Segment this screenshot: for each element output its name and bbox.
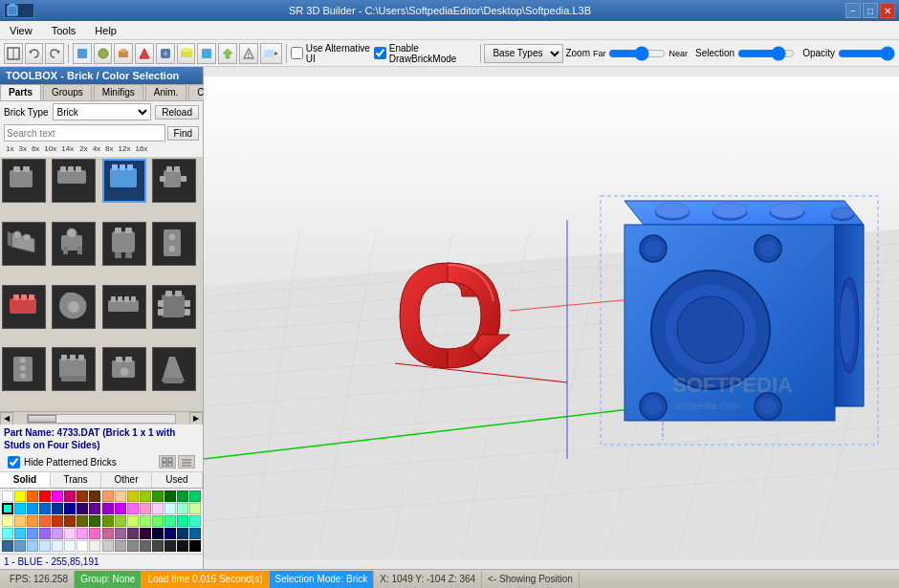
toolbar-btn-1[interactable] <box>4 43 23 64</box>
brick-cell-12[interactable] <box>2 347 46 391</box>
color-swatch-22[interactable] <box>77 503 88 514</box>
color-swatch-32[interactable] <box>2 515 13 527</box>
size-hint-8x[interactable]: 8x <box>103 144 115 156</box>
color-swatch-76[interactable] <box>152 540 164 552</box>
color-swatch-2[interactable] <box>27 490 38 502</box>
color-swatch-52[interactable] <box>52 528 63 539</box>
color-swatch-25[interactable] <box>115 503 126 514</box>
brick-cell-4[interactable] <box>2 222 46 266</box>
color-swatch-9[interactable] <box>115 490 126 502</box>
tab-anim[interactable]: Anim. <box>145 84 187 100</box>
color-swatch-17[interactable] <box>14 503 26 514</box>
size-hint-2x[interactable]: 2x <box>77 144 89 156</box>
toolbar-btn-dropdown[interactable] <box>260 43 282 64</box>
color-swatch-63[interactable] <box>189 528 201 539</box>
color-swatch-59[interactable] <box>140 528 151 539</box>
color-swatch-13[interactable] <box>164 490 176 502</box>
toolbar-btn-7[interactable] <box>156 43 175 64</box>
color-swatch-77[interactable] <box>164 540 176 552</box>
brick-cell-0[interactable] <box>2 159 46 203</box>
color-swatch-39[interactable] <box>89 515 100 527</box>
hide-patterned-checkbox[interactable] <box>8 456 20 468</box>
menu-item-view[interactable]: View <box>4 24 38 37</box>
color-swatch-78[interactable] <box>177 540 188 552</box>
color-swatch-12[interactable] <box>152 490 164 502</box>
size-hint-12x[interactable]: 12x <box>117 144 133 156</box>
viewport[interactable]: If you like this program, please donate … <box>204 67 899 569</box>
find-button[interactable]: Find <box>167 126 199 141</box>
color-swatch-18[interactable] <box>27 503 38 514</box>
alt-ui-checkbox[interactable] <box>291 47 303 59</box>
color-swatch-79[interactable] <box>189 540 201 552</box>
color-swatch-24[interactable] <box>102 503 114 514</box>
reload-button[interactable]: Reload <box>155 105 199 120</box>
base-types-dropdown[interactable]: Base Types <box>484 44 563 63</box>
color-tab-solid[interactable]: Solid <box>0 472 51 488</box>
color-swatch-14[interactable] <box>177 490 188 502</box>
color-swatch-73[interactable] <box>115 540 126 552</box>
color-swatch-45[interactable] <box>164 515 176 527</box>
color-swatch-68[interactable] <box>52 540 63 552</box>
search-input[interactable] <box>4 124 165 142</box>
size-hint-1x[interactable]: 1x <box>4 144 15 156</box>
color-swatch-10[interactable] <box>127 490 139 502</box>
opacity-slider[interactable] <box>838 46 895 61</box>
color-swatch-46[interactable] <box>177 515 188 527</box>
color-swatch-37[interactable] <box>64 515 76 527</box>
toolbar-btn-10[interactable] <box>218 43 237 64</box>
maximize-button[interactable]: □ <box>863 3 878 18</box>
toolbar-btn-6[interactable] <box>135 43 154 64</box>
brick-cell-6[interactable] <box>102 222 146 266</box>
color-swatch-70[interactable] <box>77 540 88 552</box>
color-tab-other[interactable]: Other <box>101 472 152 488</box>
brick-cell-13[interactable] <box>52 347 96 391</box>
color-swatch-44[interactable] <box>152 515 164 527</box>
color-swatch-72[interactable] <box>102 540 114 552</box>
toolbar-btn-4[interactable] <box>94 43 113 64</box>
brick-cell-7[interactable] <box>152 222 196 266</box>
brick-cell-3[interactable] <box>152 159 196 203</box>
color-swatch-28[interactable] <box>152 503 164 514</box>
scroll-left-button[interactable]: ◀ <box>0 412 13 425</box>
color-swatch-23[interactable] <box>89 503 100 514</box>
tab-minifigs[interactable]: Minifigs <box>94 84 143 100</box>
color-swatch-41[interactable] <box>115 515 126 527</box>
brick-cell-11[interactable] <box>152 285 196 329</box>
color-swatch-64[interactable] <box>2 540 13 552</box>
color-swatch-71[interactable] <box>89 540 100 552</box>
view-mode-list-button[interactable] <box>178 455 195 468</box>
brick-cell-15[interactable] <box>152 347 196 391</box>
color-swatch-54[interactable] <box>77 528 88 539</box>
brick-cell-1[interactable] <box>52 159 96 203</box>
color-swatch-57[interactable] <box>115 528 126 539</box>
menu-item-help[interactable]: Help <box>89 24 122 37</box>
color-swatch-50[interactable] <box>27 528 38 539</box>
color-swatch-69[interactable] <box>64 540 76 552</box>
color-swatch-20[interactable] <box>52 503 63 514</box>
color-swatch-67[interactable] <box>39 540 51 552</box>
color-swatch-7[interactable] <box>89 490 100 502</box>
view-mode-grid-button[interactable] <box>159 455 176 468</box>
color-swatch-60[interactable] <box>152 528 164 539</box>
color-swatch-11[interactable] <box>140 490 151 502</box>
size-hint-10x[interactable]: 10x <box>42 144 58 156</box>
color-swatch-61[interactable] <box>164 528 176 539</box>
size-hint-16x[interactable]: 16x <box>133 144 149 156</box>
color-swatch-75[interactable] <box>140 540 151 552</box>
color-swatch-5[interactable] <box>64 490 76 502</box>
color-swatch-38[interactable] <box>77 515 88 527</box>
scroll-right-button[interactable]: ▶ <box>189 412 203 425</box>
brick-type-select[interactable]: Brick <box>53 103 152 120</box>
draw-brick-checkbox[interactable] <box>374 47 386 59</box>
color-swatch-56[interactable] <box>102 528 114 539</box>
color-swatch-55[interactable] <box>89 528 100 539</box>
color-swatch-26[interactable] <box>127 503 139 514</box>
toolbar-btn-11[interactable] <box>239 43 258 64</box>
color-tab-trans[interactable]: Trans <box>51 472 101 488</box>
color-swatch-30[interactable] <box>177 503 188 514</box>
color-swatch-27[interactable] <box>140 503 151 514</box>
size-hint-3x[interactable]: 3x <box>16 144 28 156</box>
color-swatch-62[interactable] <box>177 528 188 539</box>
color-swatch-0[interactable] <box>2 490 13 502</box>
color-swatch-48[interactable] <box>2 528 13 539</box>
